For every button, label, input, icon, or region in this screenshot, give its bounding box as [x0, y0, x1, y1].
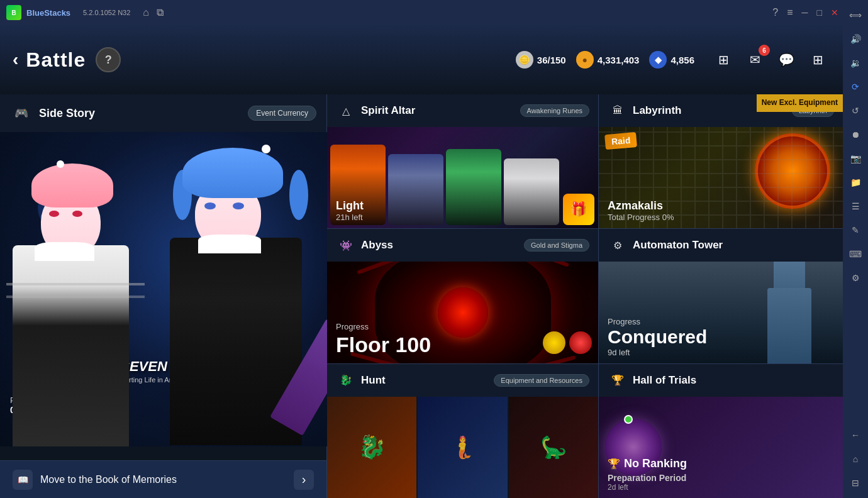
tabs-icon[interactable]: ⧉	[157, 7, 164, 18]
char1-chain	[6, 283, 145, 285]
char2-eye-left	[204, 202, 216, 209]
game-header: ‹ Battle ? 🪙 36/150 ● 4,331,403 ◆ 4,856 …	[0, 25, 843, 94]
chat-button[interactable]: 💬	[774, 47, 799, 72]
close-button[interactable]: ✕	[831, 8, 838, 18]
spirit-char-2	[388, 154, 443, 225]
back-button[interactable]: ‹ Battle	[13, 48, 86, 72]
move-to-book-button[interactable]: 📖 Move to the Book of Memories ›	[0, 460, 326, 498]
sidebar-refresh-icon[interactable]: ↺	[845, 101, 865, 121]
silver-resource: 🪙 36/150	[516, 51, 566, 69]
center-panel: △ Spirit Altar Awakening Runes	[327, 94, 599, 498]
hall-header: 🏆 Hall of Trials New Excl. Equipment	[599, 364, 843, 397]
tentacle-3	[526, 262, 569, 267]
header-resources: 🪙 36/150 ● 4,331,403 ◆ 4,856 ⊞ ✉ 6 💬 ⊞	[516, 47, 830, 72]
sidebar-volume-down-icon[interactable]: 🔉	[845, 53, 865, 73]
spirit-chars-row: 🎁	[327, 127, 598, 228]
side-story-badge: Event Currency	[248, 106, 316, 121]
guild-icon: ⊞	[718, 52, 729, 67]
automaton-title: Automaton Tower	[633, 239, 723, 252]
menu-dots-icon[interactable]: ≡	[787, 7, 793, 18]
automaton-header: ⚙ Automaton Tower	[599, 229, 843, 262]
char2-hair	[182, 148, 283, 198]
char1-eye-right	[72, 211, 82, 217]
sidebar-rotate-icon[interactable]: ⟳	[845, 77, 865, 97]
bluestacks-logo: B	[6, 5, 21, 20]
char1-eye-left	[49, 211, 59, 217]
char1-hair-clip	[57, 160, 64, 168]
apps-button[interactable]: ⊞	[805, 47, 830, 72]
sidebar-list-icon[interactable]: ☰	[845, 196, 865, 216]
sidebar-home-icon[interactable]: ⌂	[845, 449, 865, 469]
abyss-icon: 👾	[336, 235, 356, 255]
spirit-char-3	[446, 149, 501, 225]
spirit-altar-header: △ Spirit Altar Awakening Runes	[327, 94, 598, 127]
home-icon[interactable]: ⌂	[143, 7, 149, 18]
help-circle-icon[interactable]: ?	[772, 7, 778, 18]
automaton-tower-card: ⚙ Automaton Tower Progress Conquered	[599, 229, 843, 363]
automaton-background: Progress Conquered 9d left	[599, 262, 843, 363]
labyrinth-progress-text: Total Progress 0%	[608, 213, 674, 222]
char1	[0, 157, 151, 446]
hunt-cell-1: 🐉	[327, 397, 416, 498]
abyss-image[interactable]: Progress Floor 100	[327, 262, 598, 363]
hall-rank-row: 🏆 No Ranking	[608, 457, 687, 470]
silver-icon: 🪙	[516, 51, 533, 69]
progress-label: Progress	[608, 317, 707, 326]
sidebar-edit-icon[interactable]: ✎	[845, 220, 865, 240]
labyrinth-info: Azmakalis Total Progress 0%	[608, 199, 674, 222]
hunt-card: 🐉 Hunt Equipment and Resources 🐉 🧜	[327, 364, 598, 498]
hunt-creature-2: 🧜	[418, 397, 507, 498]
skystone-value: 4,856	[670, 55, 694, 65]
hunt-image[interactable]: 🐉 🧜 🦕	[327, 397, 598, 498]
labyrinth-title-group: 🏛 Labyrinth	[608, 101, 681, 121]
spirit-altar-card: △ Spirit Altar Awakening Runes	[327, 94, 598, 229]
tentacle-4	[523, 355, 576, 363]
sidebar-camera-icon[interactable]: 📷	[845, 148, 865, 169]
sidebar-recents-icon[interactable]: ⊟	[845, 473, 865, 493]
sidebar-back-icon[interactable]: ←	[845, 425, 865, 445]
sidebar-settings-icon[interactable]: ⚙	[845, 268, 865, 288]
hunt-title-group: 🐉 Hunt	[336, 370, 386, 390]
labyrinth-boss-name: Azmakalis	[608, 199, 674, 213]
mail-button[interactable]: ✉ 6	[742, 47, 767, 72]
hall-of-trials-card: 🏆 Hall of Trials New Excl. Equipment 🏆	[599, 364, 843, 498]
char2-hair-clip	[262, 145, 270, 153]
mail-badge: 6	[759, 45, 770, 56]
char2-hair-side-right	[289, 170, 308, 220]
abyss-background: Progress Floor 100	[327, 262, 598, 363]
hall-time-left: 2d left	[608, 483, 687, 492]
move-btn-left-group: 📖 Move to the Book of Memories	[13, 470, 177, 490]
sidebar-expand-icon[interactable]: ⟺	[845, 5, 865, 25]
char2-collar	[198, 235, 261, 253]
sidebar-record-icon[interactable]: ⏺	[845, 124, 865, 145]
labyrinth-image[interactable]: Raid Azmakalis Total Progress 0%	[599, 127, 843, 228]
action-icons: ⊞ ✉ 6 💬 ⊞	[711, 47, 830, 72]
sidebar-folder-icon[interactable]: 📁	[845, 172, 865, 192]
restore-button[interactable]: □	[817, 8, 822, 18]
help-button[interactable]: ?	[96, 47, 121, 72]
side-story-image[interactable]: Epic7SEVEN × Re:ZERO -Starting Life in A…	[0, 132, 327, 446]
apps-icon: ⊞	[813, 52, 823, 67]
book-icon: 📖	[13, 470, 33, 490]
minimize-button[interactable]: ─	[802, 8, 808, 18]
abyss-card: 👾 Abyss Gold and Stigma	[327, 229, 598, 363]
automaton-image[interactable]: Progress Conquered 9d left	[599, 262, 843, 363]
labyrinth-background: Raid Azmakalis Total Progress 0%	[599, 127, 843, 228]
char1-collar	[35, 242, 94, 261]
bluestacks-topbar: B BlueStacks 5.2.0.1052 N32 ⌂ ⧉ ? ≡ ─ □ …	[0, 0, 868, 25]
sidebar-volume-up-icon[interactable]: 🔊	[845, 29, 865, 49]
conquered-text: Conquered	[608, 326, 707, 348]
automaton-icon: ⚙	[608, 235, 628, 255]
char1-chain2	[6, 296, 145, 298]
char2	[157, 145, 327, 446]
hall-indicator	[624, 415, 633, 424]
guild-button[interactable]: ⊞	[711, 47, 736, 72]
characters-container	[0, 132, 327, 446]
spirit-altar-image[interactable]: 🎁 Light 21h left	[327, 127, 598, 228]
spirit-altar-badge: Awakening Runes	[520, 104, 589, 117]
time-left: 9d left	[608, 348, 707, 357]
spirit-reward-icon: 🎁	[563, 194, 594, 225]
sidebar-keyboard-icon[interactable]: ⌨	[845, 244, 865, 264]
side-story-title: Side Story	[39, 107, 95, 120]
hall-image[interactable]: 🏆 No Ranking Preparation Period 2d left	[599, 397, 843, 498]
